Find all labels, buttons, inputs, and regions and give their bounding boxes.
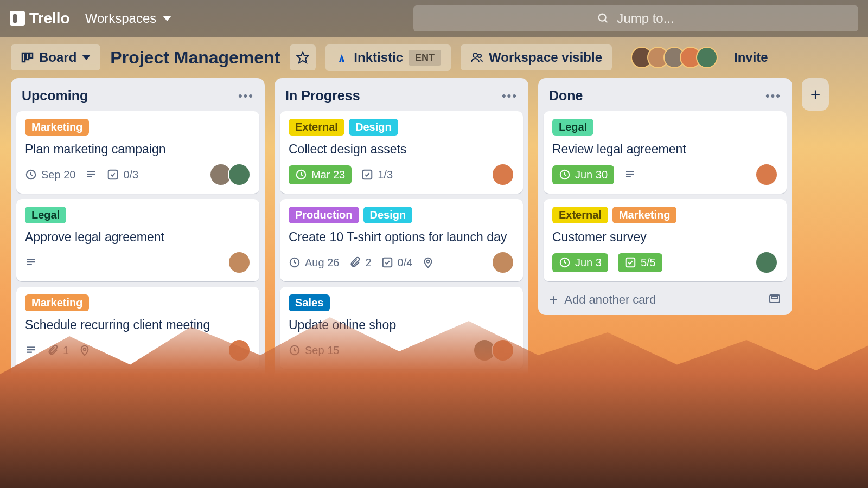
plus-icon: + [810, 85, 821, 105]
card-label[interactable]: Sales [289, 294, 330, 311]
board-icon [21, 51, 34, 64]
attachment-badge: 2 [349, 256, 371, 269]
invite-button[interactable]: Invite [734, 50, 768, 65]
search-placeholder: Jump to... [617, 11, 674, 26]
svg-rect-12 [108, 170, 118, 179]
card-label[interactable]: Marketing [25, 119, 89, 136]
location-icon [422, 256, 434, 268]
card-template-button[interactable] [768, 292, 781, 307]
card[interactable]: Legal Approve legal agreement [16, 199, 259, 281]
card[interactable]: ExternalDesign Collect design assets Mar… [280, 111, 523, 194]
card-title: Approve legal agreement [25, 229, 251, 246]
board-members[interactable] [636, 47, 718, 68]
search-input[interactable]: Jump to... [413, 5, 858, 31]
svg-point-26 [427, 260, 430, 263]
workspace-button[interactable]: Inktistic ENT [326, 44, 451, 71]
due-date-badge: Mar 23 [289, 165, 352, 184]
card-title: Customer survey [552, 229, 778, 246]
divider [622, 48, 622, 67]
card-label[interactable]: Production [289, 207, 359, 223]
board-title[interactable]: Project Management [110, 48, 280, 68]
board-view-switcher[interactable]: Board [11, 44, 100, 70]
card[interactable]: Marketing Plan marketing campaign Sep 20… [16, 111, 259, 194]
list-title[interactable]: In Progress [285, 88, 360, 104]
avatar[interactable] [696, 47, 718, 68]
due-date-badge: Sep 20 [25, 169, 75, 181]
card-title: Collect design assets [289, 141, 514, 158]
due-date-badge: Aug 26 [289, 256, 339, 269]
brand-text: Trello [29, 10, 70, 27]
board-header: Board Project Management Inktistic ENT W… [0, 37, 868, 78]
list-menu-button[interactable]: ••• [765, 89, 781, 103]
checklist-badge: 1/3 [361, 169, 393, 181]
chevron-down-icon [163, 16, 171, 21]
card-title: Review legal agreement [552, 141, 778, 158]
checklist-badge: 5/5 [618, 253, 662, 272]
add-card-button[interactable]: +Add another card [549, 292, 656, 307]
description-icon [25, 344, 37, 356]
card-title: Plan marketing campaign [25, 141, 251, 158]
people-icon [470, 51, 483, 64]
svg-rect-23 [363, 170, 372, 179]
svg-rect-37 [771, 297, 778, 298]
card-label[interactable]: Legal [25, 207, 66, 223]
checklist-badge: 0/3 [107, 169, 138, 181]
card-member-avatar[interactable] [755, 251, 778, 274]
global-header: Trello Workspaces Jump to... [0, 0, 868, 37]
card-title: Create 10 T-shirt options for launch day [289, 229, 514, 246]
card-label[interactable]: External [289, 119, 344, 136]
description-icon [624, 169, 636, 181]
svg-point-6 [473, 53, 477, 57]
workspaces-menu-button[interactable]: Workspaces [85, 11, 172, 26]
add-list-button[interactable]: + [802, 78, 829, 111]
card-label[interactable]: External [552, 207, 608, 223]
svg-rect-4 [30, 53, 33, 58]
chevron-down-icon [82, 55, 91, 60]
card-label[interactable]: Design [363, 207, 413, 223]
trello-logo-icon [10, 11, 25, 26]
star-icon [296, 51, 309, 64]
card-member-avatar[interactable] [228, 251, 251, 274]
visibility-button[interactable]: Workspace visible [461, 44, 612, 70]
workspace-tier-badge: ENT [409, 50, 441, 66]
checklist-badge: 0/4 [381, 256, 413, 269]
card[interactable]: Legal Review legal agreement Jun 30 [544, 111, 787, 194]
card-member-avatar[interactable] [228, 163, 251, 186]
description-icon [85, 169, 97, 181]
visibility-label: Workspace visible [489, 50, 602, 65]
card-label[interactable]: Legal [552, 119, 593, 136]
card-label[interactable]: Marketing [25, 294, 89, 311]
trello-logo[interactable]: Trello [10, 10, 70, 27]
list-menu-button[interactable]: ••• [238, 89, 254, 103]
list-title[interactable]: Upcoming [22, 88, 88, 104]
card-member-avatar[interactable] [492, 251, 514, 274]
card-title: Schedule recurring client meeting [25, 317, 251, 333]
plus-icon: + [549, 292, 558, 307]
card[interactable]: ProductionDesign Create 10 T-shirt optio… [280, 199, 523, 281]
card-member-avatar[interactable] [755, 163, 778, 186]
card-label[interactable]: Marketing [612, 207, 676, 223]
board-view-label: Board [39, 50, 76, 65]
svg-point-0 [599, 14, 606, 21]
due-date-badge: Jun 30 [552, 165, 614, 184]
card-member-avatar[interactable] [492, 163, 514, 186]
workspace-name: Inktistic [354, 50, 403, 65]
svg-rect-2 [22, 53, 25, 62]
svg-line-1 [605, 20, 608, 23]
star-board-button[interactable] [290, 44, 316, 70]
svg-rect-25 [382, 258, 392, 267]
svg-rect-35 [626, 258, 635, 267]
card-label[interactable]: Design [349, 119, 398, 136]
svg-marker-5 [297, 52, 308, 63]
description-icon [25, 256, 37, 268]
card[interactable]: ExternalMarketing Customer survey Jun 35… [544, 199, 787, 281]
workspaces-label: Workspaces [85, 11, 157, 26]
svg-rect-3 [26, 53, 29, 60]
due-date-badge: Jun 3 [552, 253, 608, 272]
svg-point-7 [478, 54, 481, 57]
list: Done ••• Legal Review legal agreement Ju… [538, 78, 792, 315]
list-menu-button[interactable]: ••• [502, 89, 518, 103]
search-icon [597, 12, 609, 24]
list-title[interactable]: Done [549, 88, 583, 104]
atlassian-icon [335, 51, 348, 64]
